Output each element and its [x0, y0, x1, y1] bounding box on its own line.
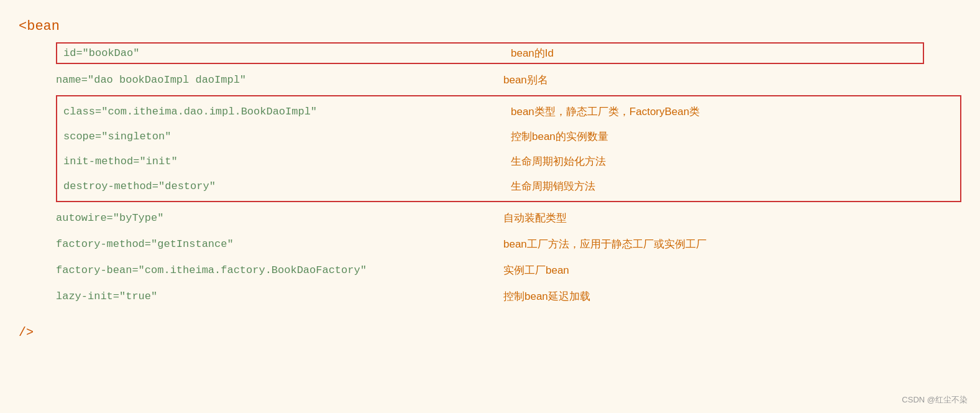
code-class: class="com.itheima.dao.impl.BookDaoImpl": [63, 106, 461, 118]
bean-close-tag-line: />: [19, 319, 961, 348]
row-class: class="com.itheima.dao.impl.BookDaoImpl"…: [63, 99, 954, 124]
group-box-wrapper: class="com.itheima.dao.impl.BookDaoImpl"…: [19, 93, 961, 205]
code-destroy: destroy-method="destory": [63, 180, 461, 192]
row-factory-bean: factory-bean="com.itheima.factory.BookDa…: [19, 257, 961, 283]
row-destroy: destroy-method="destory" 生命周期销毁方法: [63, 174, 954, 198]
code-init: init-method="init": [63, 155, 461, 167]
spacer: [19, 309, 961, 319]
comment-id: bean的Id: [511, 46, 554, 60]
group-box: class="com.itheima.dao.impl.BookDaoImpl"…: [56, 95, 961, 202]
code-factory-bean: factory-bean="com.itheima.factory.BookDa…: [56, 264, 454, 276]
row-lazy-init: lazy-init="true" 控制bean延迟加载: [19, 283, 961, 309]
comment-destroy: 生命周期销毁方法: [511, 179, 595, 193]
comment-autowire: 自动装配类型: [503, 211, 567, 225]
watermark: CSDN @红尘不染: [902, 394, 968, 406]
comment-class: bean类型，静态工厂类，FactoryBean类: [511, 104, 700, 119]
code-lazy-init: lazy-init="true": [56, 290, 454, 302]
code-container: <bean id="bookDao" bean的Id name="dao boo…: [0, 0, 980, 413]
code-scope: scope="singleton": [63, 131, 461, 142]
code-id: id="bookDao": [63, 47, 461, 59]
comment-name: bean别名: [503, 73, 548, 87]
bean-open-tag: <bean: [19, 19, 60, 34]
row-id-wrapper: id="bookDao" bean的Id: [19, 40, 961, 67]
code-factory-method: factory-method="getInstance": [56, 238, 454, 250]
row-init: init-method="init" 生命周期初始化方法: [63, 149, 954, 174]
bean-close-tag: />: [19, 323, 34, 345]
row-autowire: autowire="byType" 自动装配类型: [19, 205, 961, 231]
code-name: name="dao bookDaoImpl daoImpl": [56, 74, 454, 86]
comment-lazy-init: 控制bean延迟加载: [503, 289, 590, 304]
bean-open-tag-line: <bean: [19, 12, 961, 40]
row-factory-method: factory-method="getInstance" bean工厂方法，应用…: [19, 231, 961, 257]
row-scope: scope="singleton" 控制bean的实例数量: [63, 124, 954, 149]
comment-factory-bean: 实例工厂bean: [503, 263, 569, 277]
code-autowire: autowire="byType": [56, 212, 454, 224]
comment-factory-method: bean工厂方法，应用于静态工厂或实例工厂: [503, 237, 707, 251]
comment-init: 生命周期初始化方法: [511, 154, 606, 169]
row-name: name="dao bookDaoImpl daoImpl" bean别名: [19, 67, 961, 93]
comment-scope: 控制bean的实例数量: [511, 129, 608, 144]
